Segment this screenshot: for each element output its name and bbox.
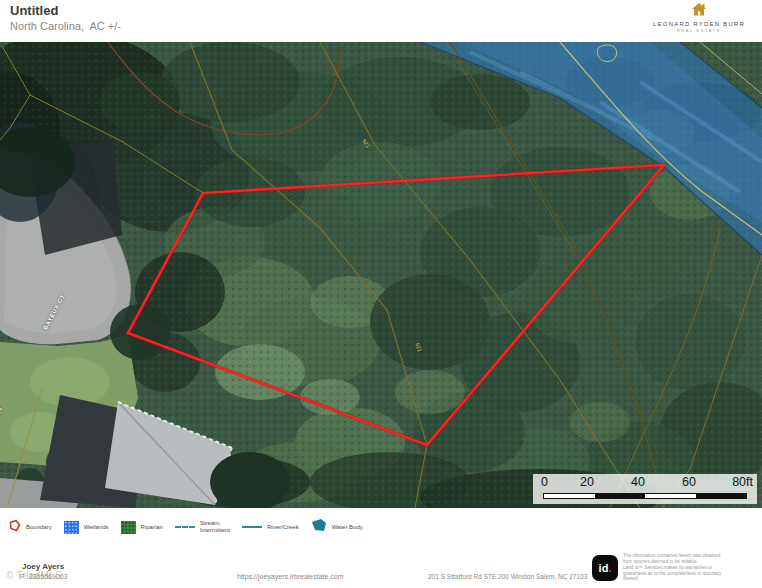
office-address: 201 S Stratford Rd STE 200 Winston Salem… — [428, 573, 587, 580]
legend-label: Riparian — [141, 524, 163, 531]
wetlands-swatch-icon — [64, 521, 79, 534]
legend-item-wetlands: Wetlands — [64, 521, 109, 534]
land-id-logo: id. — [592, 555, 618, 581]
legend-item-stream-intermittent: Stream, Intermittent — [175, 520, 230, 534]
map-canvas: BAYEUX CT BAYEUX CT 921 921 0 20 40 60 8… — [0, 42, 762, 508]
scale-tick-80ft: 80ft — [732, 475, 753, 489]
legend-label: River/Creek — [267, 524, 299, 531]
house-icon — [690, 2, 708, 19]
header: Untitled North Carolina, AC +/- LEONARD … — [0, 0, 762, 42]
brand-tagline: REAL ESTATE — [644, 28, 754, 33]
water-body-swatch-icon — [311, 518, 327, 536]
agent-website-link[interactable]: https://joeyayers.lrbrealestate.com — [237, 573, 344, 580]
disclaimer: id. The information contained herein was… — [592, 551, 758, 585]
disclaimer-text: The information contained herein was obt… — [623, 553, 726, 582]
brand-name: LEONARD RYDEN BURR — [644, 21, 754, 27]
legend-item-riparian: Riparian — [121, 521, 163, 534]
boundary-swatch-icon — [8, 518, 21, 536]
agent-phone: P: 3365569063 — [20, 573, 68, 580]
legend-label: Water Body — [332, 524, 363, 531]
scale-tick-20: 20 — [580, 475, 594, 489]
legend-label: Stream, Intermittent — [200, 520, 230, 534]
river-line-icon — [242, 526, 262, 528]
map-export-page: Untitled North Carolina, AC +/- LEONARD … — [0, 0, 762, 588]
legend-item-boundary: Boundary — [8, 518, 52, 536]
scale-tick-0: 0 — [541, 475, 548, 489]
legend-label: Wetlands — [84, 524, 109, 531]
legend: Boundary Wetlands Riparian Stream, Inter… — [0, 508, 762, 546]
legend-item-water-body: Water Body — [311, 518, 363, 536]
brand-logo: LEONARD RYDEN BURR REAL ESTATE — [644, 2, 754, 33]
legend-item-river-creek: River/Creek — [242, 524, 299, 531]
scale-tick-40: 40 — [631, 475, 645, 489]
riparian-swatch-icon — [121, 521, 136, 534]
page-title: Untitled — [10, 3, 58, 18]
stream-line-icon — [175, 526, 195, 528]
legend-label: Boundary — [26, 524, 52, 531]
scale-bar-track — [543, 493, 747, 499]
page-subtitle: North Carolina, AC +/- — [10, 20, 121, 32]
scale-bar: 0 20 40 60 80ft — [533, 474, 757, 504]
scale-tick-60: 60 — [682, 475, 696, 489]
footer: Joey Ayers © TriadMLS P: 3365569063 http… — [0, 546, 762, 588]
aerial-imagery — [0, 42, 762, 508]
